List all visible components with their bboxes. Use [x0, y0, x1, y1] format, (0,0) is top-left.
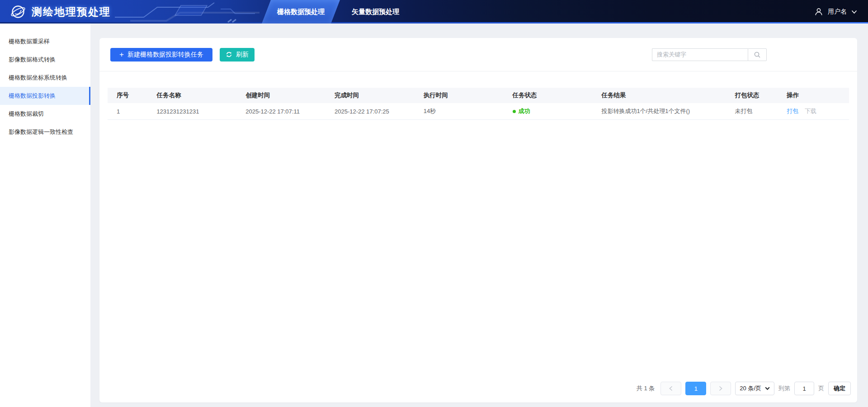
tab-label: 矢量数据预处理: [352, 8, 399, 16]
user-menu[interactable]: 用户名: [814, 0, 857, 24]
confirm-button[interactable]: 确定: [828, 382, 851, 395]
cell-package-status: 未打包: [731, 103, 783, 120]
cell-duration: 14秒: [419, 103, 508, 120]
search-icon: [754, 51, 761, 58]
col-finished-time: 完成时间: [330, 88, 419, 103]
refresh-button[interactable]: 刷新: [220, 48, 255, 62]
tab-vector-preprocess[interactable]: 矢量数据预处理: [338, 0, 413, 24]
chevron-left-icon: [669, 386, 673, 391]
brand: 测绘地理预处理: [0, 4, 111, 20]
new-task-button[interactable]: + 新建栅格数据投影转换任务: [110, 48, 212, 62]
cell-task-name: 1231231231231: [152, 103, 241, 120]
select-caret-icon: [765, 387, 770, 390]
cell-actions: 打包 下载: [782, 103, 849, 120]
cell-finished-time: 2025-12-22 17:07:25: [330, 103, 419, 120]
download-link[interactable]: 下载: [805, 108, 816, 114]
col-package-status: 打包状态: [731, 88, 783, 103]
plus-icon: +: [119, 51, 124, 58]
sidebar: 栅格数据重采样 影像数据格式转换 栅格数据坐标系统转换 栅格数据投影转换 栅格数…: [0, 24, 90, 407]
goto-page-input[interactable]: [794, 382, 814, 395]
table-row: 1 1231231231231 2025-12-22 17:07:11 2025…: [108, 103, 849, 120]
col-result: 任务结果: [597, 88, 730, 103]
tab-label: 栅格数据预处理: [277, 8, 325, 16]
tab-raster-preprocess[interactable]: 栅格数据预处理: [264, 0, 338, 24]
layout: 栅格数据重采样 影像数据格式转换 栅格数据坐标系统转换 栅格数据投影转换 栅格数…: [0, 24, 868, 407]
main-content: + 新建栅格数据投影转换任务 刷新: [90, 24, 868, 407]
sidebar-item-raster-coord-system-convert[interactable]: 栅格数据坐标系统转换: [0, 69, 90, 87]
sidebar-item-image-logic-consistency-check[interactable]: 影像数据逻辑一致性检查: [0, 123, 90, 141]
cell-status: 成功: [508, 103, 597, 120]
table-header-row: 序号 任务名称 创建时间 完成时间 执行时间 任务状态 任务结果 打包状态 操作: [108, 88, 849, 103]
user-name: 用户名: [828, 8, 847, 16]
page-size-select[interactable]: 20 条/页: [735, 382, 774, 395]
col-index: 序号: [108, 88, 152, 103]
prev-page-button[interactable]: [660, 382, 681, 395]
task-table-wrap: 序号 任务名称 创建时间 完成时间 执行时间 任务状态 任务结果 打包状态 操作: [99, 88, 857, 120]
goto-prefix-label: 到第: [778, 384, 790, 393]
status-text: 成功: [519, 107, 530, 115]
col-actions: 操作: [782, 88, 849, 103]
cell-result: 投影转换成功1个/共处理1个文件(): [597, 103, 730, 120]
cell-created-time: 2025-12-22 17:07:11: [241, 103, 330, 120]
search-box: [652, 48, 767, 61]
package-link[interactable]: 打包: [787, 108, 798, 114]
brand-logo-icon: [10, 4, 26, 20]
status-success-dot: [513, 110, 516, 113]
toolbar: + 新建栅格数据投影转换任务 刷新: [99, 38, 857, 71]
col-status: 任务状态: [508, 88, 597, 103]
chevron-down-icon: [851, 10, 857, 14]
user-icon: [814, 7, 823, 16]
col-created-time: 创建时间: [241, 88, 330, 103]
toolbar-buttons: + 新建栅格数据投影转换任务 刷新: [110, 48, 255, 62]
page-size-value: 20 条/页: [740, 384, 761, 393]
refresh-label: 刷新: [236, 51, 249, 59]
sidebar-item-raster-projection-convert[interactable]: 栅格数据投影转换: [0, 87, 90, 105]
new-task-label: 新建栅格数据投影转换任务: [127, 51, 203, 59]
pagination: 共 1 条 1 20 条/页: [99, 382, 857, 402]
brand-title: 测绘地理预处理: [32, 5, 111, 19]
pagination-total: 共 1 条: [637, 384, 655, 393]
sidebar-item-raster-resample[interactable]: 栅格数据重采样: [0, 33, 90, 51]
cell-index: 1: [108, 103, 152, 120]
col-task-name: 任务名称: [152, 88, 241, 103]
refresh-icon: [226, 51, 232, 58]
sidebar-item-raster-clip[interactable]: 栅格数据裁切: [0, 105, 90, 123]
content-card: + 新建栅格数据投影转换任务 刷新: [99, 38, 857, 402]
next-page-button[interactable]: [710, 382, 731, 395]
top-tabs: 栅格数据预处理 矢量数据预处理: [264, 0, 413, 24]
task-table: 序号 任务名称 创建时间 完成时间 执行时间 任务状态 任务结果 打包状态 操作: [108, 88, 849, 120]
search-input[interactable]: [652, 48, 748, 61]
chevron-right-icon: [718, 386, 723, 391]
page-number-1[interactable]: 1: [685, 382, 706, 395]
top-navbar: 测绘地理预处理 栅格数据预处理 矢量数据预处理 用户名: [0, 0, 868, 24]
sidebar-item-image-format-convert[interactable]: 影像数据格式转换: [0, 51, 90, 69]
search-button[interactable]: [748, 48, 767, 61]
goto-suffix-label: 页: [818, 384, 824, 393]
app-root: 测绘地理预处理 栅格数据预处理 矢量数据预处理 用户名: [0, 0, 868, 407]
col-duration: 执行时间: [419, 88, 508, 103]
navbar-circuit-decoration: [114, 0, 263, 24]
